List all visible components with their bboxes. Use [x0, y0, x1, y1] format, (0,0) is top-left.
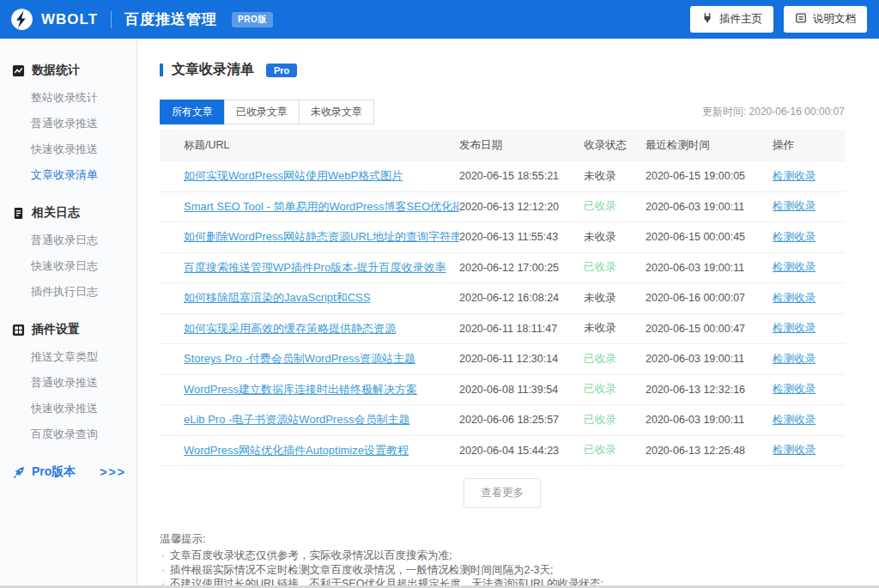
- sidebar-item[interactable]: 推送文章类型: [0, 344, 136, 370]
- tab-filter[interactable]: 未收录文章: [299, 100, 374, 124]
- sidebar-section-title: 数据统计: [0, 63, 136, 78]
- page-title: 文章收录清单: [172, 61, 254, 79]
- article-title-cell: 如何实现WordPress网站使用WebP格式图片: [184, 168, 459, 184]
- wbolt-logo-icon: [10, 8, 33, 31]
- publish-date: 2020-06-11 12:30:14: [459, 353, 584, 365]
- article-title-link[interactable]: 如何实现采用高效的缓存策略提供静态资源: [184, 322, 396, 335]
- article-title-link[interactable]: 如何删除WordPress网站静态资源URL地址的查询字符串: [184, 230, 459, 243]
- load-more-button[interactable]: 查看更多: [464, 478, 541, 508]
- action-cell: 检测收录: [773, 230, 829, 245]
- article-filter-tabs: 所有文章已收录文章未收录文章: [160, 100, 374, 124]
- table-header: 标题/URL 发布日期 收录状态 最近检测时间 操作: [160, 130, 845, 161]
- table-row: WordPress建立数据库连接时出错终极解决方案2020-06-08 11:3…: [160, 375, 845, 406]
- action-cell: 检测收录: [773, 352, 829, 367]
- rocket-icon: [11, 465, 26, 480]
- tips-list: 文章百度收录状态仅供参考，实际收录情况以百度搜索为准;插件根据实际情况不定时检测…: [160, 549, 845, 588]
- tab-filter[interactable]: 所有文章: [160, 100, 225, 124]
- action-cell: 检测收录: [773, 199, 829, 214]
- tab-filter[interactable]: 已收录文章: [224, 100, 300, 124]
- index-status: 已收录: [584, 199, 646, 214]
- last-check-time: 2020-06-03 19:00:11: [646, 262, 773, 274]
- last-check-time: 2020-06-15 19:00:05: [646, 170, 773, 182]
- col-last-check: 最近检测时间: [646, 138, 773, 153]
- last-check-time: 2020-06-03 19:00:11: [646, 353, 773, 365]
- check-index-link[interactable]: 检测收录: [773, 231, 815, 243]
- sidebar-item[interactable]: 快速收录日志: [0, 253, 136, 279]
- plugin-home-button[interactable]: 插件主页: [690, 6, 773, 33]
- publish-date: 2020-06-04 15:44:23: [459, 445, 584, 457]
- page-pro-badge: Pro: [266, 64, 297, 77]
- check-index-link[interactable]: 检测收录: [773, 353, 815, 365]
- sidebar-item[interactable]: 百度收录查询: [0, 421, 136, 447]
- sidebar-section-title: 插件设置: [0, 322, 136, 337]
- article-title-link[interactable]: 百度搜索推送管理WP插件Pro版本-提升百度收录效率: [184, 261, 446, 274]
- app-header: WBOLT 百度推送管理 PRO版 插件主页 说明文档: [0, 0, 879, 39]
- app-title: 百度推送管理: [124, 9, 217, 29]
- table-body: 如何实现WordPress网站使用WebP格式图片2020-06-15 18:5…: [160, 161, 845, 466]
- check-index-link[interactable]: 检测收录: [773, 444, 815, 456]
- sidebar-item[interactable]: 插件执行日志: [0, 279, 136, 305]
- publish-date: 2020-06-08 11:39:54: [459, 384, 584, 396]
- table-row: eLib Pro -电子书资源站WordPress会员制主题2020-06-06…: [160, 405, 845, 436]
- sidebar-item[interactable]: 快速收录推送: [0, 396, 136, 421]
- sidebar-section-label: 插件设置: [32, 322, 80, 337]
- index-status: 未收录: [584, 321, 646, 336]
- log-icon: [12, 207, 25, 220]
- index-status: 已收录: [584, 382, 646, 397]
- brand-name: WBOLT: [41, 11, 98, 28]
- check-index-link[interactable]: 检测收录: [773, 292, 815, 304]
- article-title-cell: 如何移除阻塞渲染的JavaScript和CSS: [184, 290, 459, 306]
- check-index-link[interactable]: 检测收录: [773, 261, 815, 273]
- table-row: 如何实现WordPress网站使用WebP格式图片2020-06-15 18:5…: [160, 161, 845, 192]
- check-index-link[interactable]: 检测收录: [773, 383, 815, 395]
- sidebar-item[interactable]: 普通收录推送: [0, 370, 136, 396]
- article-title-link[interactable]: Storeys Pro -付费会员制WordPress资源站主题: [184, 352, 415, 365]
- article-title-link[interactable]: WordPress网站优化插件Autoptimize设置教程: [184, 444, 409, 457]
- article-title-cell: 百度搜索推送管理WP插件Pro版本-提升百度收录效率: [184, 260, 459, 276]
- table-row: WordPress网站优化插件Autoptimize设置教程2020-06-04…: [160, 436, 845, 467]
- table-row: 如何实现采用高效的缓存策略提供静态资源2020-06-11 18:11:47未收…: [160, 314, 845, 345]
- publish-date: 2020-06-12 17:00:25: [459, 262, 584, 274]
- col-title-url: 标题/URL: [184, 138, 459, 153]
- header-actions: 插件主页 说明文档: [690, 6, 867, 33]
- publish-date: 2020-06-11 18:11:47: [459, 323, 584, 335]
- sidebar-item[interactable]: 普通收录推送: [0, 111, 136, 136]
- article-title-link[interactable]: 如何实现WordPress网站使用WebP格式图片: [184, 169, 403, 182]
- last-check-time: 2020-06-03 19:00:11: [646, 414, 773, 426]
- article-title-link[interactable]: 如何移除阻塞渲染的JavaScript和CSS: [184, 291, 370, 304]
- action-cell: 检测收录: [773, 413, 829, 427]
- col-index-status: 收录状态: [584, 138, 646, 153]
- article-title-cell: 如何实现采用高效的缓存策略提供静态资源: [184, 321, 459, 336]
- article-title-cell: eLib Pro -电子书资源站WordPress会员制主题: [184, 412, 459, 427]
- last-check-time: 2020-06-15 00:00:45: [646, 231, 773, 243]
- table-row: 百度搜索推送管理WP插件Pro版本-提升百度收录效率2020-06-12 17:…: [160, 253, 845, 284]
- check-index-link[interactable]: 检测收录: [773, 200, 815, 212]
- sidebar-item[interactable]: 普通收录日志: [0, 227, 136, 253]
- index-status: 已收录: [584, 443, 646, 458]
- sidebar-item[interactable]: 快速收录推送: [0, 136, 136, 162]
- sidebar-pro-link[interactable]: Pro版本 >>>: [0, 464, 136, 480]
- sidebar-item[interactable]: 文章收录清单: [0, 162, 136, 188]
- tips-section: 温馨提示: 文章百度收录状态仅供参考，实际收录情况以百度搜索为准;插件根据实际情…: [160, 532, 845, 588]
- main-content: 文章收录清单 Pro 所有文章已收录文章未收录文章 更新时间: 2020-06-…: [137, 39, 879, 588]
- table-row: 如何移除阻塞渲染的JavaScript和CSS2020-06-12 16:08:…: [160, 283, 845, 314]
- publish-date: 2020-06-13 12:12:20: [459, 201, 584, 213]
- docs-button[interactable]: 说明文档: [784, 6, 867, 33]
- sidebar-item[interactable]: 整站收录统计: [0, 85, 136, 111]
- article-title-link[interactable]: Smart SEO Tool - 简单易用的WordPress博客SEO优化插件: [184, 200, 459, 213]
- article-title-cell: Smart SEO Tool - 简单易用的WordPress博客SEO优化插件: [184, 199, 459, 215]
- article-title-link[interactable]: WordPress建立数据库连接时出错终极解决方案: [184, 383, 417, 396]
- table-row: 如何删除WordPress网站静态资源URL地址的查询字符串2020-06-13…: [160, 222, 845, 253]
- last-check-time: 2020-06-13 12:25:48: [646, 445, 773, 457]
- index-status: 已收录: [584, 413, 646, 427]
- sidebar: 数据统计整站收录统计普通收录推送快速收录推送文章收录清单相关日志普通收录日志快速…: [0, 39, 137, 588]
- article-title-link[interactable]: eLib Pro -电子书资源站WordPress会员制主题: [184, 413, 409, 426]
- settings-icon: [12, 324, 25, 336]
- last-check-time: 2020-06-13 12:32:16: [646, 384, 773, 396]
- publish-date: 2020-06-06 18:25:57: [459, 414, 584, 426]
- publish-date: 2020-06-12 16:08:24: [459, 292, 584, 304]
- check-index-link[interactable]: 检测收录: [773, 170, 815, 182]
- article-table: 标题/URL 发布日期 收录状态 最近检测时间 操作 如何实现WordPress…: [160, 130, 845, 466]
- check-index-link[interactable]: 检测收录: [773, 322, 815, 334]
- check-index-link[interactable]: 检测收录: [773, 414, 815, 426]
